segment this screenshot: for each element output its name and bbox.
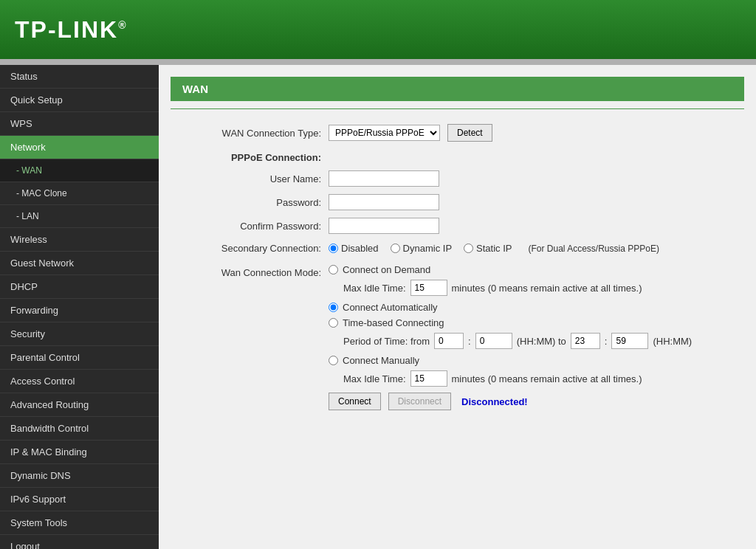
confirm-password-row: Confirm Password: <box>181 218 734 234</box>
content-area: WAN WAN Connection Type: PPPoE/Russia PP… <box>159 65 756 549</box>
connection-modes-section: Connect on Demand Max Idle Time: minutes… <box>329 264 692 415</box>
sidebar-item-status[interactable]: Status <box>0 65 159 89</box>
secondary-connection-label: Secondary Connection: <box>181 243 329 254</box>
secondary-dynamic-ip-option[interactable]: Dynamic IP <box>391 243 452 254</box>
sidebar-item-logout[interactable]: Logout <box>0 535 159 549</box>
confirm-password-label: Confirm Password: <box>181 221 329 232</box>
page-title-bar: WAN <box>171 77 744 101</box>
sidebar-item-wireless[interactable]: Wireless <box>0 228 159 252</box>
status-text: Disconnected! <box>461 396 528 407</box>
max-idle-time-input-1[interactable] <box>410 280 447 296</box>
sidebar-item-network[interactable]: Network <box>0 136 159 159</box>
max-idle-time-row-1: Max Idle Time: minutes (0 means remain a… <box>343 280 692 296</box>
password-input[interactable] <box>329 194 439 210</box>
connect-button[interactable]: Connect <box>329 393 381 410</box>
sub-header <box>0 59 756 65</box>
divider <box>171 108 744 109</box>
wan-connection-type-row: WAN Connection Type: PPPoE/Russia PPPoE … <box>181 124 734 142</box>
sidebar-item-security[interactable]: Security <box>0 322 159 346</box>
user-name-label: User Name: <box>181 173 329 184</box>
secondary-static-ip-radio[interactable] <box>464 244 473 253</box>
mode-connect-automatically-radio[interactable] <box>329 303 338 312</box>
sidebar: Status Quick Setup WPS Network - WAN - M… <box>0 65 159 549</box>
logo: TP-LINK® <box>15 16 128 44</box>
wan-connection-mode-label: Wan Connection Mode: <box>181 264 329 278</box>
mode-connect-manually-radio[interactable] <box>329 356 338 365</box>
confirm-password-input[interactable] <box>329 218 439 234</box>
secondary-note: (For Dual Access/Russia PPPoE) <box>528 244 659 254</box>
mode-time-based: Time-based Connecting <box>329 317 692 328</box>
secondary-disabled-option[interactable]: Disabled <box>329 243 379 254</box>
sidebar-item-parental-control[interactable]: Parental Control <box>0 346 159 370</box>
sidebar-item-bandwidth-control[interactable]: Bandwidth Control <box>0 417 159 441</box>
time-to-m-input[interactable] <box>611 333 648 349</box>
mode-time-based-radio[interactable] <box>329 318 338 328</box>
sidebar-item-mac-clone[interactable]: - MAC Clone <box>0 182 159 205</box>
secondary-dynamic-ip-radio[interactable] <box>391 244 400 253</box>
time-to-h-input[interactable] <box>571 333 600 349</box>
main-layout: Status Quick Setup WPS Network - WAN - M… <box>0 65 756 549</box>
connect-disconnect-row: Connect Disconnect Disconnected! <box>329 393 692 410</box>
password-row: Password: <box>181 194 734 210</box>
wan-connection-type-label: WAN Connection Type: <box>181 128 329 139</box>
time-from-h-input[interactable] <box>434 333 464 349</box>
period-of-time-row: Period of Time: from : (HH:MM) to : (HH:… <box>343 333 692 349</box>
mode-connect-automatically: Connect Automatically <box>329 302 692 313</box>
form-area: WAN Connection Type: PPPoE/Russia PPPoE … <box>159 117 756 429</box>
sidebar-item-wps[interactable]: WPS <box>0 112 159 136</box>
sidebar-item-forwarding[interactable]: Forwarding <box>0 299 159 322</box>
logo-reg: ® <box>118 19 127 31</box>
sidebar-item-guest-network[interactable]: Guest Network <box>0 252 159 275</box>
sidebar-item-wan[interactable]: - WAN <box>0 159 159 182</box>
mode-connect-on-demand: Connect on Demand <box>329 264 692 275</box>
sidebar-item-access-control[interactable]: Access Control <box>0 370 159 393</box>
logo-text: TP-LINK <box>15 16 118 43</box>
header: TP-LINK® <box>0 0 756 59</box>
mode-connect-manually: Connect Manually <box>329 355 692 366</box>
sidebar-item-advanced-routing[interactable]: Advanced Routing <box>0 393 159 417</box>
detect-button[interactable]: Detect <box>447 124 492 142</box>
page-title: WAN <box>182 83 208 95</box>
sidebar-item-quick-setup[interactable]: Quick Setup <box>0 89 159 112</box>
mode-connect-on-demand-radio[interactable] <box>329 265 338 274</box>
secondary-disabled-radio[interactable] <box>329 244 338 253</box>
wan-connection-type-select[interactable]: PPPoE/Russia PPPoE <box>329 125 440 141</box>
password-label: Password: <box>181 197 329 208</box>
wan-connection-mode-row: Wan Connection Mode: Connect on Demand M… <box>181 264 734 415</box>
secondary-connection-row: Secondary Connection: Disabled Dynamic I… <box>181 243 734 254</box>
user-name-row: User Name: <box>181 170 734 187</box>
pppoe-connection-row: PPPoE Connection: <box>181 152 734 163</box>
disconnect-button[interactable]: Disconnect <box>388 393 451 410</box>
sidebar-item-dynamic-dns[interactable]: Dynamic DNS <box>0 464 159 488</box>
user-name-input[interactable] <box>329 170 439 187</box>
pppoe-connection-label: PPPoE Connection: <box>181 152 329 163</box>
max-idle-time-row-2: Max Idle Time: minutes (0 means remain a… <box>343 370 692 387</box>
secondary-connection-options: Disabled Dynamic IP Static IP (For Dual … <box>329 243 659 254</box>
sidebar-item-ip-mac-binding[interactable]: IP & MAC Binding <box>0 441 159 464</box>
max-idle-time-input-2[interactable] <box>410 370 447 387</box>
sidebar-item-system-tools[interactable]: System Tools <box>0 511 159 535</box>
sidebar-item-lan[interactable]: - LAN <box>0 205 159 228</box>
secondary-static-ip-option[interactable]: Static IP <box>464 243 512 254</box>
sidebar-item-ipv6-support[interactable]: IPv6 Support <box>0 488 159 511</box>
time-from-m-input[interactable] <box>475 333 512 349</box>
sidebar-item-dhcp[interactable]: DHCP <box>0 275 159 299</box>
